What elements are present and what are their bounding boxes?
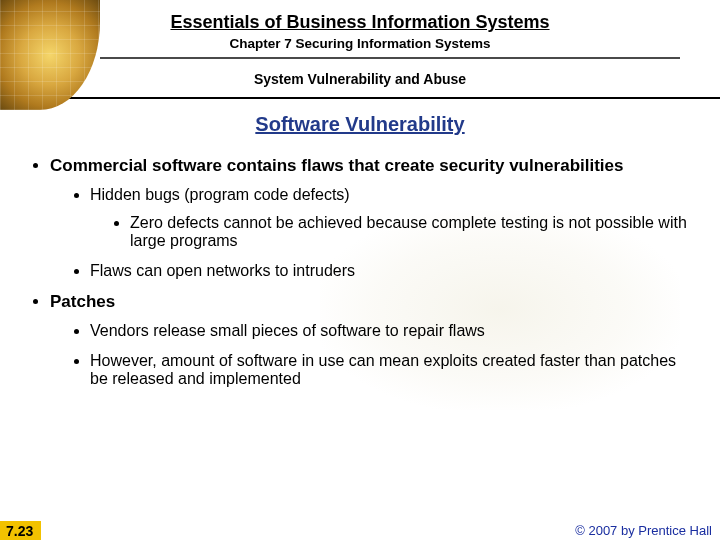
bullet-text: Patches [50, 292, 115, 311]
bullet-text: Commercial software contains flaws that … [50, 156, 623, 175]
bullet-subsub: Zero defects cannot be achieved because … [130, 214, 690, 250]
divider-thin [100, 57, 680, 59]
bullet-sub: However, amount of software in use can m… [90, 352, 690, 388]
slide-header: Essentials of Business Information Syste… [0, 0, 720, 87]
bullet-sub: Hidden bugs (program code defects) Zero … [90, 186, 690, 250]
bullet-text: Zero defects cannot be achieved because … [130, 214, 687, 249]
slide-content: Commercial software contains flaws that … [0, 136, 720, 388]
bullet-text: Flaws can open networks to intruders [90, 262, 355, 279]
divider-full [0, 97, 720, 99]
section-title: System Vulnerability and Abuse [0, 71, 720, 87]
page-number: 7.23 [0, 521, 41, 540]
chapter-title: Chapter 7 Securing Information Systems [0, 36, 720, 51]
bullet-sub: Vendors release small pieces of software… [90, 322, 690, 340]
bullet-text: Hidden bugs (program code defects) [90, 186, 350, 203]
bullet-text: Vendors release small pieces of software… [90, 322, 485, 339]
copyright-text: © 2007 by Prentice Hall [575, 523, 712, 538]
bullet-main-1: Commercial software contains flaws that … [50, 156, 690, 280]
slide-footer: 7.23 © 2007 by Prentice Hall [0, 520, 720, 540]
slide-topic: Software Vulnerability [0, 113, 720, 136]
bullet-main-2: Patches Vendors release small pieces of … [50, 292, 690, 388]
bullet-sub: Flaws can open networks to intruders [90, 262, 690, 280]
bullet-text: However, amount of software in use can m… [90, 352, 676, 387]
book-title: Essentials of Business Information Syste… [0, 12, 720, 33]
